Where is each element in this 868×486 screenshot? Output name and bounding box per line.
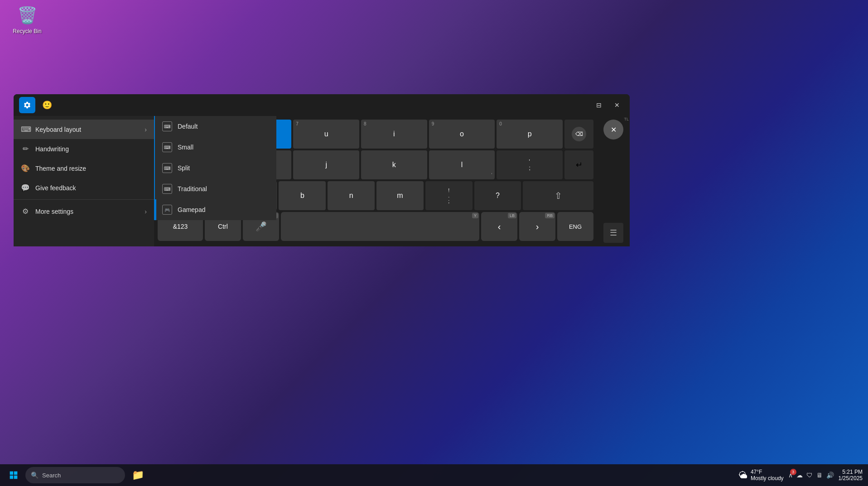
system-icons: ∧ 3 ☁ 🛡 🖥 🔊 <box>788 472 834 479</box>
menu-item-give-feedback[interactable]: 💬 Give feedback <box>14 178 154 197</box>
svg-rect-3 <box>14 476 18 479</box>
key-shift-right[interactable]: ⇧ TL <box>523 181 593 210</box>
default-layout-icon: ⌨ <box>162 121 172 131</box>
cloud-icon[interactable]: ☁ <box>796 472 803 479</box>
shift-up-icon: ⇧ <box>555 190 562 201</box>
key-punct[interactable]: !.; <box>425 181 473 210</box>
recycle-bin-icon[interactable]: 🗑️ Recycle Bin <box>9 5 45 34</box>
key-k[interactable]: k <box>361 150 427 179</box>
svg-rect-0 <box>10 472 14 475</box>
svg-rect-2 <box>10 476 14 479</box>
key-backspace[interactable]: ⌫ <box>564 120 593 149</box>
weather-widget[interactable]: 🌥 47°F Mostly cloudy <box>739 469 784 481</box>
submenu-gamepad[interactable]: 🎮 Gamepad <box>155 199 276 220</box>
time-display: 5:21 PM <box>842 469 863 475</box>
taskbar: 🔍 Search 📁 🌥 47°F Mostly cloudy ∧ 3 ☁ 🛡 <box>0 464 868 486</box>
weather-info: 47°F Mostly cloudy <box>751 469 784 481</box>
close-overlay-btn[interactable]: ✕ <box>603 120 623 140</box>
key-space[interactable]: Y <box>281 212 479 241</box>
menu-item-keyboard-layout[interactable]: ⌨ Keyboard layout › <box>14 120 154 139</box>
weather-desc: Mostly cloudy <box>751 475 784 481</box>
clock[interactable]: 5:21 PM 1/25/2025 <box>839 469 863 481</box>
submenu-default[interactable]: ⌨ Default <box>155 116 276 137</box>
backspace-icon: ⌫ <box>572 127 586 141</box>
date-display: 1/25/2025 <box>839 475 863 481</box>
split-layout-icon: ⌨ <box>162 163 172 173</box>
touch-keyboard-panel: 🙂 ⊟ ✕ ⌨ Keyboard layout › ✏ Handwriting <box>14 94 630 246</box>
shift-badge: TL <box>624 117 629 121</box>
desktop: 🗑️ Recycle Bin 🙂 ⊟ ✕ ⌨ <box>0 0 868 486</box>
submenu-traditional[interactable]: ⌨ Traditional <box>155 178 276 199</box>
recycle-bin-label: Recycle Bin <box>13 28 41 34</box>
keyboard-dock-btn[interactable]: ⊟ <box>592 98 606 112</box>
keyboard-close-btn[interactable]: ✕ <box>610 98 624 112</box>
key-language[interactable]: ENG <box>557 212 593 241</box>
keyboard-content: ⌨ Keyboard layout › ✏ Handwriting 🎨 Them… <box>14 116 630 246</box>
taskbar-app-files[interactable]: 📁 <box>129 466 147 484</box>
key-b[interactable]: b <box>279 181 326 210</box>
keyboard-layout-icon: ⌨ <box>21 125 30 134</box>
weather-icon: 🌥 <box>739 470 748 481</box>
key-left-arrow[interactable]: LB ‹ <box>481 212 517 241</box>
recycle-bin-image: 🗑️ <box>16 5 38 26</box>
key-n[interactable]: n <box>328 181 375 210</box>
gamepad-layout-icon: 🎮 <box>162 205 172 215</box>
volume-icon[interactable]: 🔊 <box>826 472 834 479</box>
menu-item-theme-resize[interactable]: 🎨 Theme and resize <box>14 159 154 178</box>
small-layout-icon: ⌨ <box>162 142 172 152</box>
svg-rect-1 <box>14 472 18 475</box>
keyboard-layout-submenu: ⌨ Default ⌨ Small ⌨ Split ⌨ Traditional <box>154 116 276 220</box>
settings-icon-btn[interactable] <box>19 97 35 113</box>
keyboard-left-menu: ⌨ Keyboard layout › ✏ Handwriting 🎨 Them… <box>14 116 154 246</box>
notification-area[interactable]: ∧ 3 <box>788 472 793 479</box>
menu-divider <box>14 199 154 200</box>
submenu-small[interactable]: ⌨ Small <box>155 137 276 158</box>
notification-badge: 3 <box>790 469 796 475</box>
key-semicolon[interactable]: '; <box>497 150 563 179</box>
mic-icon: 🎤 <box>256 221 267 232</box>
more-settings-arrow: › <box>145 208 147 215</box>
taskbar-search-bar[interactable]: 🔍 Search <box>25 467 125 483</box>
submenu-split[interactable]: ⌨ Split <box>155 158 276 178</box>
key-j[interactable]: j <box>293 150 359 179</box>
shield-icon[interactable]: 🛡 <box>806 472 813 479</box>
theme-icon: 🎨 <box>21 164 30 173</box>
keyboard-layout-arrow: › <box>145 126 147 133</box>
taskbar-search-text: Search <box>42 472 61 479</box>
titlebar-actions: ⊟ ✕ <box>592 98 624 112</box>
key-enter[interactable]: ↵ <box>564 150 593 179</box>
menu-item-handwriting[interactable]: ✏ Handwriting <box>14 139 154 159</box>
right-panel: ✕ ☰ <box>597 116 630 246</box>
key-m[interactable]: m <box>376 181 424 210</box>
key-i[interactable]: 8 i <box>361 120 427 149</box>
taskbar-search-icon: 🔍 <box>31 472 39 479</box>
key-u[interactable]: 7 u <box>293 120 359 149</box>
key-right-arrow[interactable]: RB › <box>519 212 555 241</box>
emoji-icon-btn[interactable]: 🙂 <box>39 97 55 113</box>
more-settings-icon: ⚙ <box>21 207 30 216</box>
key-p[interactable]: 0 p <box>497 120 563 149</box>
menu-icon-btn[interactable]: ☰ <box>603 223 623 243</box>
start-button[interactable] <box>5 467 22 483</box>
handwriting-icon: ✏ <box>21 144 30 153</box>
network-icon[interactable]: 🖥 <box>816 472 823 479</box>
menu-item-more-settings[interactable]: ⚙ More settings › <box>14 202 154 221</box>
key-question[interactable]: ? <box>474 181 521 210</box>
feedback-icon: 💬 <box>21 183 30 192</box>
taskbar-right: 🌥 47°F Mostly cloudy ∧ 3 ☁ 🛡 🖥 🔊 5:21 PM… <box>739 469 863 481</box>
traditional-layout-icon: ⌨ <box>162 184 172 194</box>
key-l[interactable]: l ' <box>429 150 495 179</box>
keyboard-titlebar: 🙂 ⊟ ✕ <box>14 94 630 116</box>
key-o[interactable]: 9 o <box>429 120 495 149</box>
weather-temp: 47°F <box>751 469 784 475</box>
